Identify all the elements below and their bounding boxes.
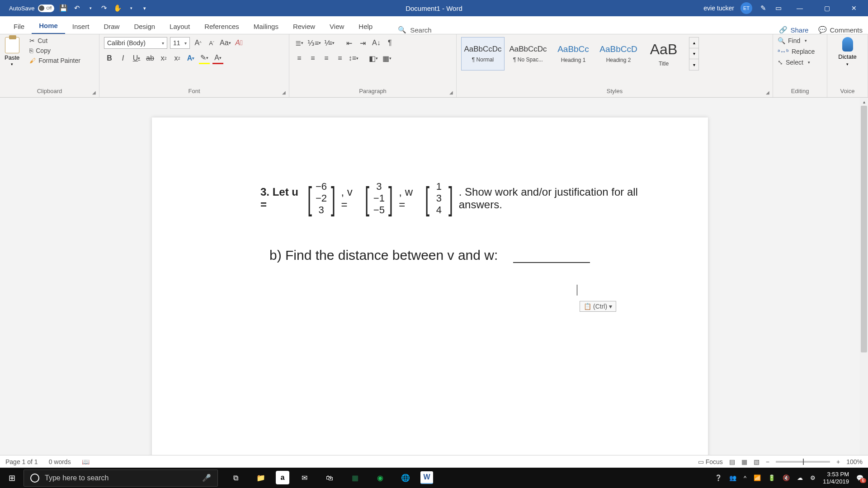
tab-file[interactable]: File <box>6 18 32 34</box>
font-size-combo[interactable]: 11▾ <box>170 37 190 49</box>
tab-mailings[interactable]: Mailings <box>246 18 286 34</box>
zoom-out-button[interactable]: − <box>766 458 769 465</box>
clipboard-launcher[interactable]: ◢ <box>91 89 97 95</box>
align-center-button[interactable]: ≡ <box>307 52 318 64</box>
tab-draw[interactable]: Draw <box>96 18 127 34</box>
redo-icon[interactable]: ↷ <box>99 4 108 13</box>
people-tray-icon[interactable]: 👥 <box>729 474 736 481</box>
chrome-app[interactable]: 🌐 <box>395 468 416 488</box>
styles-down-button[interactable]: ▾ <box>689 48 698 59</box>
volume-icon[interactable]: 🔇 <box>783 474 790 481</box>
word-app[interactable]: W <box>420 471 433 484</box>
line-spacing-button[interactable]: ↕≡▾ <box>348 52 359 64</box>
select-button[interactable]: ⤡Select▾ <box>778 59 822 66</box>
style-nospacing[interactable]: AaBbCcDc¶ No Spac... <box>506 37 550 70</box>
decrease-indent-button[interactable]: ⇤ <box>344 37 354 49</box>
paste-more-icon[interactable]: ▾ <box>11 62 13 66</box>
focus-mode-button[interactable]: ▭ Focus <box>698 458 723 465</box>
touch-mode-icon[interactable]: ✋ <box>113 4 122 13</box>
task-view-button[interactable]: ⧉ <box>225 468 246 488</box>
bullets-button[interactable]: ≣▾ <box>294 37 305 49</box>
zoom-slider[interactable] <box>776 461 830 463</box>
change-case-button[interactable]: Aa▾ <box>220 37 231 49</box>
style-title[interactable]: AaBTitle <box>642 37 685 70</box>
undo-more-icon[interactable]: ▾ <box>86 4 95 13</box>
increase-indent-button[interactable]: ⇥ <box>357 37 368 49</box>
tab-layout[interactable]: Layout <box>162 18 197 34</box>
spelling-button[interactable]: 📖 <box>82 458 90 465</box>
print-layout-button[interactable]: ▦ <box>741 458 747 465</box>
copy-button[interactable]: ⎘Copy <box>29 47 80 54</box>
align-left-button[interactable]: ≡ <box>294 52 305 64</box>
mic-icon[interactable]: 🎤 <box>202 474 211 482</box>
font-color-button[interactable]: A▾ <box>212 52 223 64</box>
strike-button[interactable]: ab <box>145 52 156 64</box>
styles-expand-button[interactable]: ▾ <box>689 59 698 70</box>
minimize-button[interactable]: — <box>789 0 810 16</box>
taskbar-search[interactable]: Type here to search 🎤 <box>24 469 218 487</box>
style-normal[interactable]: AaBbCcDc¶ Normal <box>461 37 505 70</box>
tab-insert[interactable]: Insert <box>65 18 97 34</box>
page[interactable]: 3. Let u = [−6−23] , v = [3−1−5] , w = [… <box>152 117 708 466</box>
tell-me-search[interactable]: 🔍Search <box>398 26 432 34</box>
paste-options-smarttag[interactable]: 📋(Ctrl) ▾ <box>580 301 616 312</box>
sort-button[interactable]: A↓ <box>371 37 382 49</box>
find-button[interactable]: 🔍Find▾ <box>778 37 822 44</box>
page-indicator[interactable]: Page 1 of 1 <box>5 458 38 465</box>
highlight-button[interactable]: ✎▾ <box>199 52 210 64</box>
vertical-scrollbar[interactable]: ▴ ▾ <box>860 98 868 466</box>
store-app[interactable]: 🛍 <box>319 468 340 488</box>
numbering-button[interactable]: ⅓≡▾ <box>307 37 321 49</box>
maximize-button[interactable]: ▢ <box>816 0 837 16</box>
font-name-combo[interactable]: Calibri (Body)▾ <box>104 37 167 49</box>
font-launcher[interactable]: ◢ <box>281 89 287 95</box>
bold-button[interactable]: B <box>104 52 115 64</box>
superscript-button[interactable]: x2 <box>172 52 183 64</box>
justify-button[interactable]: ≡ <box>335 52 345 64</box>
word-count[interactable]: 0 words <box>49 458 71 465</box>
subscript-button[interactable]: x2 <box>158 52 169 64</box>
borders-button[interactable]: ▦▾ <box>382 52 392 64</box>
text-effects-button[interactable]: A▾ <box>185 52 196 64</box>
user-avatar[interactable]: ET <box>741 2 752 14</box>
save-icon[interactable]: 💾 <box>59 4 68 13</box>
autosave-toggle[interactable]: AutoSave Off <box>9 5 54 12</box>
mail-app[interactable]: ✉ <box>294 468 315 488</box>
wifi-icon[interactable]: 📶 <box>754 474 761 481</box>
underline-button[interactable]: U▾ <box>131 52 142 64</box>
undo-icon[interactable]: ↶ <box>72 4 81 13</box>
touch-more-icon[interactable]: ▾ <box>127 4 136 13</box>
replace-button[interactable]: ᵃ↔ᵇReplace <box>778 48 822 55</box>
dictate-button[interactable]: Dictate ▾ <box>832 37 863 66</box>
zoom-level[interactable]: 100% <box>846 458 863 465</box>
style-heading1[interactable]: AaBbCcHeading 1 <box>552 37 595 70</box>
file-explorer-app[interactable]: 📁 <box>250 468 271 488</box>
scroll-thumb[interactable] <box>861 106 867 352</box>
grow-font-button[interactable]: A^ <box>193 37 203 49</box>
scroll-up-button[interactable]: ▴ <box>860 98 868 106</box>
web-layout-button[interactable]: ▧ <box>754 458 760 465</box>
tray-expand-icon[interactable]: ^ <box>744 474 746 481</box>
tab-home[interactable]: Home <box>32 17 65 34</box>
share-button[interactable]: 🔗Share <box>779 26 808 34</box>
spotify-app[interactable]: ◉ <box>370 468 391 488</box>
help-tray-icon[interactable]: ❔ <box>715 474 722 481</box>
paste-button[interactable]: Paste ▾ <box>5 37 19 66</box>
align-right-button[interactable]: ≡ <box>321 52 332 64</box>
tab-references[interactable]: References <box>197 18 246 34</box>
amazon-app[interactable]: a <box>276 471 289 484</box>
clear-formatting-button[interactable]: A⃫ <box>234 37 245 49</box>
styles-launcher[interactable]: ◢ <box>764 89 771 95</box>
excel-app[interactable]: ▦ <box>344 468 365 488</box>
dictate-more-icon[interactable]: ▾ <box>846 62 849 66</box>
tab-help[interactable]: Help <box>351 18 380 34</box>
read-mode-button[interactable]: ▤ <box>729 458 735 465</box>
tab-design[interactable]: Design <box>127 18 162 34</box>
ribbon-options-icon[interactable]: ▭ <box>774 4 783 13</box>
format-painter-button[interactable]: 🖌Format Painter <box>29 57 80 64</box>
zoom-in-button[interactable]: + <box>836 458 840 465</box>
qat-customize-icon[interactable]: ▾ <box>140 4 149 13</box>
style-heading2[interactable]: AaBbCcDHeading 2 <box>597 37 640 70</box>
settings-tray-icon[interactable]: ⚙ <box>810 474 816 481</box>
styles-up-button[interactable]: ▴ <box>689 38 698 48</box>
